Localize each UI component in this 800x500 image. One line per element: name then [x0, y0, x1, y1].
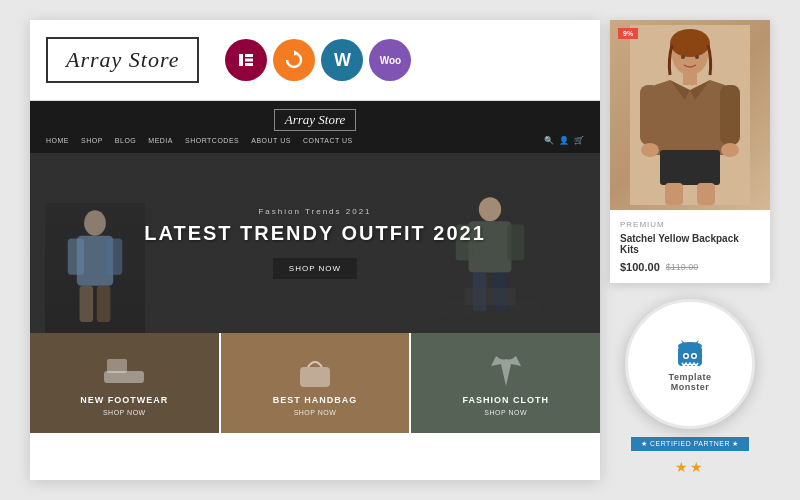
nav-about[interactable]: ABOUT US: [251, 137, 291, 144]
svg-rect-2: [245, 59, 253, 62]
svg-rect-32: [665, 183, 683, 205]
tech-icons-row: W Woo: [225, 39, 411, 81]
hero-content: Fashion Trends 2021 LATEST TRENDY OUTFIT…: [144, 207, 486, 279]
svg-point-5: [84, 210, 106, 235]
nav-contact[interactable]: CONTACT US: [303, 137, 353, 144]
svg-rect-22: [300, 367, 330, 387]
product-card: 9%: [610, 20, 770, 283]
product-info: PREMIUM Satchel Yellow Backpack Kits $10…: [610, 210, 770, 283]
search-icon[interactable]: 🔍: [544, 136, 554, 145]
cart-icon[interactable]: 🛒: [574, 136, 584, 145]
nav-shortcodes[interactable]: SHORTCODES: [185, 137, 239, 144]
price-old: $110.00: [666, 262, 699, 272]
fashion-label: FASHION CLOTH: [462, 395, 549, 405]
category-footwear[interactable]: NEW FOOTWEAR SHOP NOW: [30, 333, 221, 433]
nav-home[interactable]: HOME: [46, 137, 69, 144]
nav-blog[interactable]: BLOG: [115, 137, 136, 144]
category-fashion[interactable]: FASHION CLOTH SHOP NOW: [411, 333, 600, 433]
svg-rect-26: [683, 73, 697, 85]
svg-rect-19: [464, 288, 515, 305]
site-logo-inner: Array Store: [274, 109, 357, 131]
svg-point-40: [693, 355, 696, 358]
svg-rect-21: [107, 359, 127, 373]
sale-badge: 9%: [618, 28, 638, 39]
template-monster-badge: TemplateMonster ★ CERTIFIED PARTNER ★ ★★: [610, 299, 770, 475]
svg-rect-27: [640, 85, 660, 145]
handbag-image: [290, 351, 340, 391]
nav-links: HOME SHOP BLOG MEDIA SHORTCODES ABOUT US…: [46, 136, 584, 145]
svg-rect-28: [720, 85, 740, 145]
categories-section: NEW FOOTWEAR SHOP NOW BEST HANDBAG SHOP …: [30, 333, 600, 433]
handbag-sub[interactable]: SHOP NOW: [294, 409, 337, 416]
category-handbag[interactable]: BEST HANDBAG SHOP NOW: [221, 333, 412, 433]
svg-rect-9: [80, 286, 94, 322]
svg-point-25: [670, 29, 710, 57]
top-bar: Array Store W Woo: [30, 20, 600, 100]
person-left-silhouette: [45, 203, 145, 333]
hero-title: LATEST TRENDY OUTFIT 2021: [144, 222, 486, 245]
handbag-label: BEST HANDBAG: [273, 395, 358, 405]
footwear-image: [99, 351, 149, 391]
svg-rect-7: [68, 238, 84, 274]
svg-point-39: [685, 355, 688, 358]
hero-section: Fashion Trends 2021 LATEST TRENDY OUTFIT…: [30, 153, 600, 333]
main-preview-card: Array Store W Woo: [30, 20, 600, 480]
product-price: $100.00 $110.00: [620, 261, 760, 273]
price-current: $100.00: [620, 261, 660, 273]
svg-point-29: [641, 143, 659, 157]
main-logo: Array Store: [46, 37, 199, 83]
footwear-sub[interactable]: SHOP NOW: [103, 409, 146, 416]
product-tag: PREMIUM: [620, 220, 760, 229]
svg-rect-14: [507, 225, 524, 261]
wordpress-icon: W: [321, 39, 363, 81]
svg-point-41: [678, 342, 702, 350]
hero-subtitle: Fashion Trends 2021: [144, 207, 486, 216]
account-icon[interactable]: 👤: [559, 136, 569, 145]
right-panel: 9%: [610, 20, 770, 475]
fashion-sub[interactable]: SHOP NOW: [484, 409, 527, 416]
fashion-image: [481, 351, 531, 391]
svg-point-34: [681, 55, 685, 59]
svg-rect-0: [239, 54, 243, 66]
site-preview: Array Store HOME SHOP BLOG MEDIA SHORTCO…: [30, 100, 600, 433]
tm-certified-label: ★ CERTIFIED PARTNER ★: [631, 437, 749, 451]
elementor-icon: [225, 39, 267, 81]
svg-point-30: [721, 143, 739, 157]
svg-rect-8: [106, 238, 122, 274]
site-nav: Array Store HOME SHOP BLOG MEDIA SHORTCO…: [30, 101, 600, 153]
nav-media[interactable]: MEDIA: [148, 137, 173, 144]
monster-icon: [670, 336, 710, 372]
product-image: 9%: [610, 20, 770, 210]
nav-icons: 🔍 👤 🛒: [544, 136, 584, 145]
hero-cta-button[interactable]: SHOP NOW: [273, 258, 357, 279]
footwear-label: NEW FOOTWEAR: [80, 395, 168, 405]
woocommerce-icon: Woo: [369, 39, 411, 81]
tm-badge-circle: TemplateMonster: [625, 299, 755, 429]
tm-name: TemplateMonster: [669, 372, 712, 392]
svg-point-35: [695, 55, 699, 59]
product-figure: [630, 25, 750, 205]
nav-shop[interactable]: SHOP: [81, 137, 103, 144]
refresh-icon: [273, 39, 315, 81]
tm-stars: ★★: [675, 459, 705, 475]
svg-rect-3: [245, 63, 253, 66]
svg-rect-31: [660, 150, 720, 185]
svg-rect-33: [697, 183, 715, 205]
product-name: Satchel Yellow Backpack Kits: [620, 233, 760, 255]
svg-rect-1: [245, 54, 253, 57]
svg-rect-10: [97, 286, 111, 322]
